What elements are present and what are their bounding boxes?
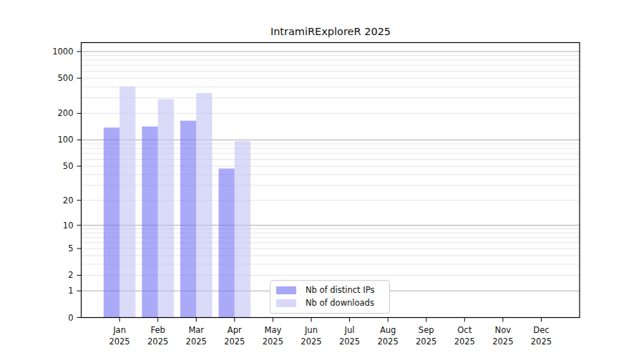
x-tick-year-jul: 2025 — [339, 337, 360, 347]
legend-swatch-downloads — [276, 299, 296, 307]
x-tick-label-jul: Jul — [344, 325, 355, 335]
x-tick-label-may: May — [264, 325, 281, 335]
bar-downloads-feb — [158, 99, 174, 317]
legend-swatch-distinct-ips — [276, 286, 296, 294]
bar-downloads-mar — [196, 93, 212, 318]
legend-item-downloads: Nb of downloads — [276, 299, 382, 308]
x-tick-label-dec: Dec — [533, 325, 549, 335]
legend-label-distinct-ips: Nb of distinct IPs — [306, 286, 374, 295]
x-tick-year-feb: 2025 — [147, 337, 168, 347]
x-tick-label-jan: Jan — [112, 325, 126, 335]
y-tick-label-500: 500 — [58, 73, 74, 83]
x-tick-label-oct: Oct — [457, 325, 472, 335]
chart-figure: IntramiRExploreR 2025 012510205010020050… — [0, 0, 644, 358]
y-tick-label-50: 50 — [63, 161, 74, 171]
y-tick-label-10: 10 — [63, 221, 74, 231]
x-tick-year-jan: 2025 — [109, 337, 130, 347]
x-tick-year-may: 2025 — [263, 337, 283, 347]
x-tick-year-jun: 2025 — [301, 337, 321, 347]
legend-label-downloads: Nb of downloads — [306, 299, 374, 308]
x-tick-year-sep: 2025 — [416, 337, 436, 347]
y-tick-label-200: 200 — [58, 108, 74, 118]
y-tick-label-2: 2 — [68, 270, 73, 280]
legend-item-distinct-ips: Nb of distinct IPs — [276, 286, 382, 295]
x-tick-label-sep: Sep — [419, 325, 434, 335]
bar-distinct-ips-apr — [219, 168, 235, 317]
bar-distinct-ips-jan — [104, 127, 119, 317]
x-tick-year-dec: 2025 — [531, 337, 552, 347]
bar-distinct-ips-mar — [180, 121, 196, 318]
y-tick-label-1: 1 — [68, 286, 73, 296]
bar-downloads-apr — [235, 141, 250, 318]
y-tick-label-100: 100 — [58, 135, 74, 145]
x-tick-label-nov: Nov — [495, 325, 512, 335]
x-tick-label-aug: Aug — [380, 325, 396, 335]
y-tick-label-0: 0 — [68, 313, 73, 323]
x-tick-year-oct: 2025 — [454, 337, 475, 347]
x-tick-label-apr: Apr — [228, 325, 242, 335]
x-tick-year-mar: 2025 — [186, 337, 207, 347]
x-tick-year-nov: 2025 — [492, 337, 513, 347]
legend: Nb of distinct IPs Nb of downloads — [270, 280, 390, 314]
bar-distinct-ips-feb — [142, 127, 157, 318]
x-tick-label-jun: Jun — [304, 325, 318, 335]
y-tick-label-20: 20 — [63, 195, 74, 205]
y-tick-label-5: 5 — [68, 243, 73, 253]
x-tick-year-aug: 2025 — [377, 337, 398, 347]
x-tick-label-feb: Feb — [150, 325, 165, 335]
y-tick-label-1000: 1000 — [52, 47, 73, 57]
x-tick-label-mar: Mar — [188, 325, 204, 335]
bar-downloads-jan — [119, 87, 135, 317]
x-tick-year-apr: 2025 — [224, 337, 245, 347]
